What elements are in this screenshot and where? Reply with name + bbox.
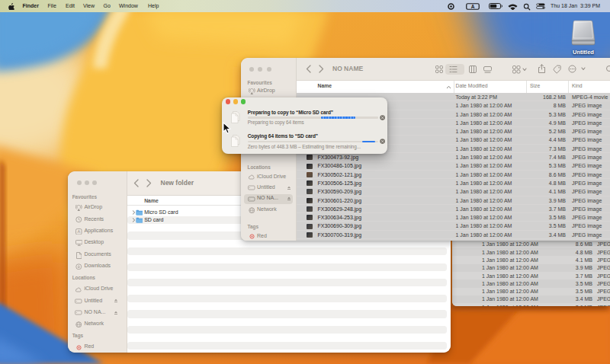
svg-text:A: A <box>77 229 80 234</box>
svg-text:A: A <box>471 3 475 8</box>
